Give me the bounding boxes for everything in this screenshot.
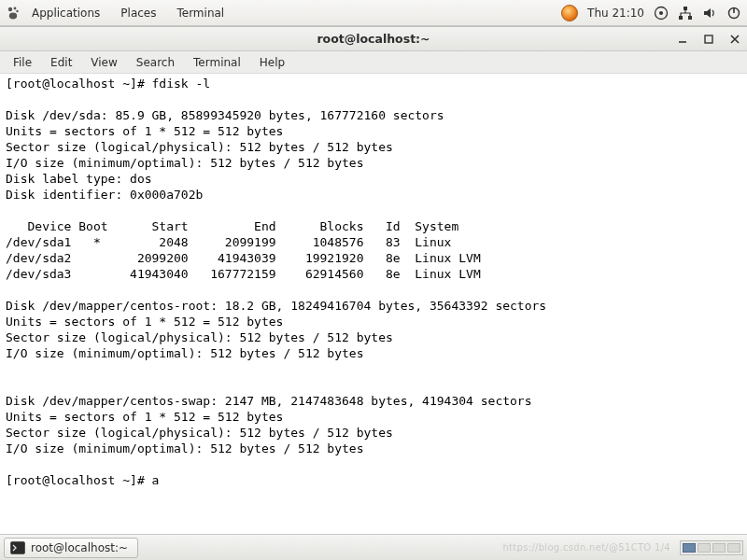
topbar-places[interactable]: Places — [111, 3, 165, 23]
svg-point-3 — [9, 12, 17, 19]
current-input: a — [152, 473, 160, 487]
menu-terminal[interactable]: Terminal — [184, 53, 250, 72]
output-line: Disk identifier: 0x000a702b — [6, 188, 203, 202]
output-line: Sector size (logical/physical): 512 byte… — [6, 140, 393, 154]
output-line: I/O size (minimum/optimal): 512 bytes / … — [6, 156, 364, 170]
output-line: I/O size (minimum/optimal): 512 bytes / … — [6, 346, 364, 360]
firefox-icon[interactable] — [561, 5, 578, 21]
prompt: [root@localhost ~]# — [6, 473, 152, 487]
prompt: [root@localhost ~]# — [6, 77, 152, 91]
output-line: Units = sectors of 1 * 512 = 512 bytes — [6, 410, 283, 424]
menu-search[interactable]: Search — [127, 53, 184, 72]
output-line: Disk label type: dos — [6, 172, 152, 186]
maximize-button[interactable] — [702, 33, 715, 46]
svg-point-2 — [16, 9, 18, 11]
svg-rect-6 — [684, 7, 687, 10]
output-line: Disk /dev/mapper/centos-root: 18.2 GB, 1… — [6, 299, 546, 313]
window-title: root@localhost:~ — [0, 32, 747, 46]
taskbar-app-label: root@localhost:~ — [31, 541, 128, 554]
partition-row: /dev/sda2 2099200 41943039 19921920 8e L… — [6, 251, 481, 265]
command-text: fdisk -l — [152, 77, 211, 91]
partition-row: /dev/sda3 41943040 167772159 62914560 8e… — [6, 267, 481, 281]
svg-rect-12 — [705, 35, 712, 43]
terminal-window: root@localhost:~ File Edit View Search T… — [0, 26, 747, 535]
clock[interactable]: Thu 21:10 — [587, 7, 644, 20]
svg-point-1 — [14, 7, 17, 9]
output-line: Units = sectors of 1 * 512 = 512 bytes — [6, 315, 283, 329]
output-line: Disk /dev/sda: 85.9 GB, 85899345920 byte… — [6, 108, 444, 122]
svg-rect-13 — [11, 541, 25, 553]
terminal-output[interactable]: [root@localhost ~]# fdisk -l Disk /dev/s… — [0, 74, 747, 535]
terminal-menubar: File Edit View Search Terminal Help — [0, 51, 747, 74]
network-icon[interactable] — [678, 6, 693, 21]
topbar-applications[interactable]: Applications — [22, 3, 109, 23]
svg-point-5 — [659, 11, 663, 15]
workspace-1[interactable] — [683, 543, 696, 553]
output-line: I/O size (minimum/optimal): 512 bytes / … — [6, 441, 364, 455]
volume-icon[interactable] — [702, 6, 717, 21]
menu-view[interactable]: View — [81, 53, 126, 72]
partition-header: Device Boot Start End Blocks Id System — [6, 219, 458, 233]
output-line: Sector size (logical/physical): 512 byte… — [6, 426, 393, 440]
gnome-taskbar: root@localhost:~ https://blog.csdn.net/@… — [0, 534, 747, 560]
menu-file[interactable]: File — [4, 53, 41, 72]
output-line: Disk /dev/mapper/centos-swap: 2147 MB, 2… — [6, 394, 532, 408]
output-line: Sector size (logical/physical): 512 byte… — [6, 330, 393, 344]
workspace-switcher[interactable] — [680, 540, 743, 555]
menu-edit[interactable]: Edit — [41, 53, 81, 72]
output-line: Units = sectors of 1 * 512 = 512 bytes — [6, 124, 283, 138]
svg-rect-8 — [688, 16, 692, 20]
accessibility-icon[interactable] — [654, 6, 669, 21]
svg-point-0 — [8, 7, 12, 10]
power-icon[interactable] — [726, 6, 741, 21]
svg-rect-7 — [679, 16, 683, 20]
minimize-button[interactable] — [676, 33, 689, 46]
partition-row: /dev/sda1 * 2048 2099199 1048576 83 Linu… — [6, 235, 451, 249]
taskbar-app-terminal[interactable]: root@localhost:~ — [4, 538, 138, 558]
terminal-icon — [10, 541, 25, 554]
workspace-4[interactable] — [727, 543, 740, 553]
window-titlebar[interactable]: root@localhost:~ — [0, 27, 747, 51]
watermark-text: https://blog.csdn.net/@51CTO 1/4 — [502, 542, 676, 553]
gnome-topbar: Applications Places Terminal Thu 21:10 — [0, 0, 747, 26]
menu-help[interactable]: Help — [250, 53, 294, 72]
close-button[interactable] — [728, 33, 741, 46]
workspace-3[interactable] — [712, 543, 726, 553]
topbar-terminal[interactable]: Terminal — [167, 3, 233, 23]
workspace-2[interactable] — [698, 543, 711, 553]
gnome-foot-icon — [6, 6, 21, 21]
